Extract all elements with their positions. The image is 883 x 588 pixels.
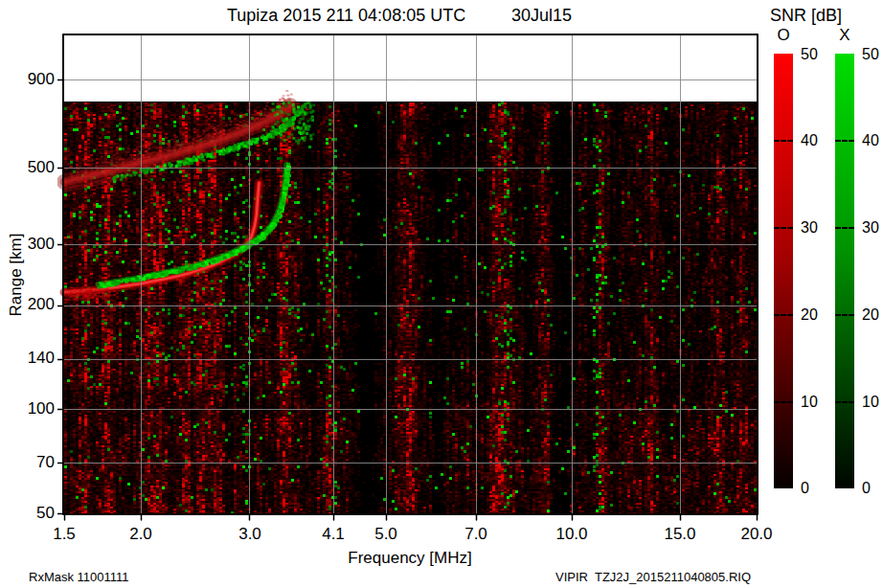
ionogram-canvas: [57, 34, 762, 522]
x-colorbar-label: 0: [862, 480, 883, 497]
y-tick-label: 500: [0, 158, 55, 177]
o-colorbar-label: 10: [801, 394, 829, 411]
rx-mask-text: RxMask 11001111: [29, 570, 129, 584]
x-colorbar: [835, 54, 854, 488]
x-tick-label: 4.1: [309, 525, 357, 544]
y-tick-label: 140: [0, 349, 55, 368]
o-colorbar-label: 20: [801, 306, 829, 324]
x-tick-label: 5.0: [362, 525, 410, 544]
x-tick-label: 3.0: [226, 525, 274, 544]
o-mode-label: O: [774, 26, 793, 45]
data-file-text: VIPIR TZJ2J_2015211040805.RIQ: [555, 570, 751, 584]
o-colorbar-label: 0: [801, 480, 829, 497]
x-colorbar-tick-20: [835, 314, 854, 316]
x-colorbar-label: 20: [862, 306, 883, 324]
ionogram-viewer: Tupiza 2015 211 04:08:05 UTC 30Jul15 SNR…: [0, 0, 883, 588]
x-tick-label: 15.0: [656, 525, 704, 544]
x-colorbar-tick-30: [835, 227, 854, 229]
x-tick-label: 7.0: [452, 525, 500, 544]
x-colorbar-tick-10: [835, 401, 854, 403]
x-colorbar-label: 10: [862, 394, 883, 411]
o-colorbar-tick-40: [774, 140, 793, 142]
x-colorbar-label: 50: [862, 46, 883, 63]
colorbar-title: SNR [dB]: [770, 5, 842, 26]
y-tick-label: 70: [0, 453, 55, 472]
page-date: 30Jul15: [511, 5, 572, 26]
x-tick-label: 20.0: [733, 525, 781, 544]
o-colorbar-tick-20: [774, 314, 793, 316]
o-colorbar-label: 50: [801, 46, 829, 63]
o-colorbar: [774, 54, 793, 488]
o-colorbar-label: 30: [801, 219, 829, 237]
o-colorbar-label: 40: [801, 132, 829, 149]
y-tick-label: 50: [0, 504, 55, 523]
x-tick-label: 1.5: [40, 525, 88, 544]
x-tick-label: 2.0: [117, 525, 165, 544]
x-mode-label: X: [835, 26, 854, 45]
x-colorbar-label: 30: [862, 219, 883, 237]
y-tick-label: 900: [0, 70, 55, 89]
x-colorbar-tick-40: [835, 140, 854, 142]
x-axis-label: Frequency [MHz]: [314, 549, 506, 568]
page-title: Tupiza 2015 211 04:08:05 UTC: [227, 5, 465, 26]
o-colorbar-tick-30: [774, 227, 793, 229]
x-tick-label: 10.0: [548, 525, 596, 544]
y-axis-label: Range [km]: [7, 234, 26, 317]
o-colorbar-tick-10: [774, 401, 793, 403]
y-tick-label: 100: [0, 399, 55, 418]
x-colorbar-label: 40: [862, 132, 883, 149]
